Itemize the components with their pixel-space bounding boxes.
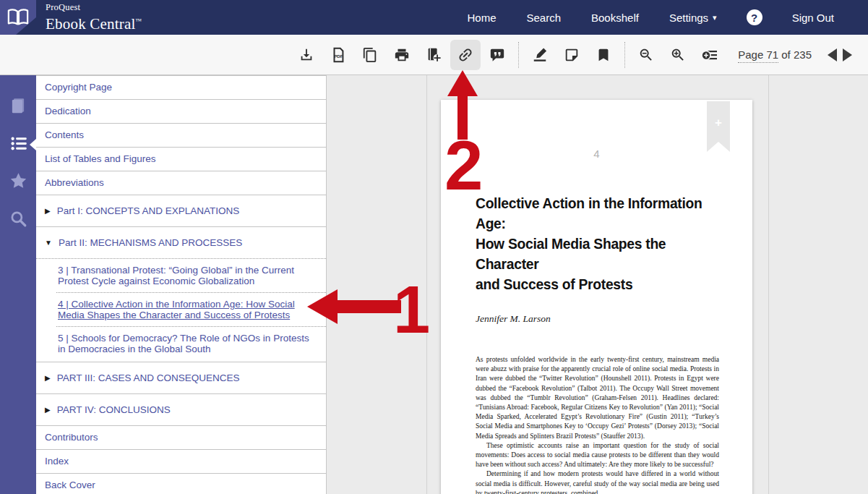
proquest-logo[interactable] xyxy=(0,0,36,35)
reader-toolbar: PDF xyxy=(0,35,868,75)
download-book-button[interactable] xyxy=(294,43,319,67)
toc-item-list-of-tables[interactable]: List of Tables and Figures xyxy=(36,148,326,171)
next-page-button[interactable] xyxy=(843,48,852,61)
toc-item-back-cover[interactable]: Back Cover xyxy=(36,474,326,494)
copy-icon xyxy=(362,47,378,63)
trademark: ™ xyxy=(136,17,142,25)
add-to-bookshelf-button[interactable] xyxy=(421,43,446,67)
paragraph: As protests unfolded worldwide in the ea… xyxy=(476,355,719,441)
arrow-up-icon xyxy=(447,70,478,96)
add-note-button[interactable] xyxy=(559,43,584,67)
download-pdf-button[interactable]: PDF xyxy=(326,43,351,67)
add-bookmark-ribbon[interactable]: + xyxy=(707,101,730,152)
brand-proquest: ProQuest xyxy=(46,3,142,12)
highlight-button[interactable] xyxy=(528,43,552,67)
search-icon xyxy=(9,209,27,228)
bookmark-icon xyxy=(596,47,611,63)
page-body-text: As protests unfolded worldwide in the ea… xyxy=(476,355,719,494)
toolbar-divider xyxy=(624,42,625,68)
sidebar-item-book[interactable] xyxy=(0,87,36,124)
collapsed-triangle-icon: ▶ xyxy=(45,205,51,216)
cite-button[interactable] xyxy=(485,43,510,67)
nav-bookshelf[interactable]: Bookshelf xyxy=(576,0,654,35)
book-page: + 4 Collective Action in the Information… xyxy=(441,100,752,494)
active-panel-pointer xyxy=(30,139,36,150)
view-settings-button[interactable] xyxy=(697,43,722,67)
zoom-in-button[interactable] xyxy=(666,43,690,67)
plus-icon: + xyxy=(715,116,722,129)
toc-chapter-3[interactable]: 3 | Transnational Protest: “Going Global… xyxy=(56,259,326,293)
toolbar-divider xyxy=(518,42,519,68)
toc-item-index[interactable]: Index xyxy=(36,450,326,474)
page-navigation: Page 71 of 235 xyxy=(738,35,852,74)
page-number-input[interactable]: Page 71 xyxy=(738,48,778,63)
tool-group: PDF xyxy=(291,35,726,74)
paragraph: These optimistic accounts raise an impor… xyxy=(476,441,719,470)
open-book-icon xyxy=(7,8,29,27)
side-icon-rail xyxy=(0,75,36,494)
chapter-title: Collective Action in the Information Age… xyxy=(476,193,705,294)
zoom-out-icon xyxy=(638,47,654,63)
link-icon xyxy=(457,46,474,64)
page-indicator: Page 71 of 235 xyxy=(738,48,812,61)
nav-search[interactable]: Search xyxy=(511,0,576,35)
toc-part-2-children: 3 | Transnational Protest: “Going Global… xyxy=(56,259,326,362)
pdf-icon: PDF xyxy=(330,47,346,63)
toc-chapter-4-selected[interactable]: 4 | Collective Action in the Information… xyxy=(56,293,326,327)
zoom-out-button[interactable] xyxy=(634,43,658,67)
star-icon xyxy=(9,171,28,191)
collapsed-triangle-icon: ▶ xyxy=(45,404,51,415)
collapsed-triangle-icon: ▶ xyxy=(45,372,51,383)
download-icon xyxy=(298,47,314,63)
brand-ebook-central: Ebook Central™ xyxy=(46,12,142,33)
toc-part-1[interactable]: ▶ Part I: CONCEPTS AND EXPLANATIONS xyxy=(36,195,326,227)
expanded-triangle-icon: ▼ xyxy=(45,237,52,248)
panel-divider xyxy=(768,75,769,494)
nav-sign-out[interactable]: Sign Out xyxy=(777,0,849,35)
zoom-in-icon xyxy=(670,47,686,63)
step-1-label: 1 xyxy=(393,276,430,343)
toc-item-contributors[interactable]: Contributors xyxy=(36,426,326,450)
printer-icon xyxy=(394,47,410,63)
toc-list-icon xyxy=(9,134,28,153)
chapter-number: 4 xyxy=(441,148,752,160)
ebook-central-reader: ProQuest Ebook Central™ Home Search Book… xyxy=(0,0,868,494)
sidebar-item-starred[interactable] xyxy=(0,162,36,200)
nav-settings[interactable]: Settings▾ xyxy=(654,0,732,35)
svg-text:PDF: PDF xyxy=(334,54,343,59)
toc-part-2[interactable]: ▼ Part II: MECHANISMS AND PROCESSES xyxy=(36,227,326,259)
toc-item-contents[interactable]: Contents xyxy=(36,124,326,148)
book-icon xyxy=(9,96,27,115)
note-icon xyxy=(564,47,580,63)
add-book-icon xyxy=(426,47,442,63)
page-total: of 235 xyxy=(781,48,812,61)
toc-part-3[interactable]: ▶ PART III: CASES AND CONSEQUENCES xyxy=(36,362,326,394)
toc-item-abbreviations[interactable]: Abbreviations xyxy=(36,171,326,195)
toc-chapter-5[interactable]: 5 | Schools for Democracy? The Role of N… xyxy=(56,327,326,362)
print-button[interactable] xyxy=(390,43,414,67)
highlighter-icon xyxy=(532,47,548,63)
step-2-label: 2 xyxy=(444,131,483,200)
nav-home[interactable]: Home xyxy=(452,0,511,35)
main-area: Copyright Page Dedication Contents List … xyxy=(0,75,868,494)
toc-panel: Copyright Page Dedication Contents List … xyxy=(36,75,327,494)
brand-block: ProQuest Ebook Central™ xyxy=(46,3,142,33)
sidebar-item-search[interactable] xyxy=(0,200,36,237)
question-mark-icon: ? xyxy=(751,12,757,24)
toc-list: Copyright Page Dedication Contents List … xyxy=(36,75,326,494)
chevron-down-icon: ▾ xyxy=(713,13,717,22)
top-navbar: ProQuest Ebook Central™ Home Search Book… xyxy=(0,0,868,35)
quote-bubble-icon xyxy=(489,47,505,63)
help-button[interactable]: ? xyxy=(747,9,762,25)
bookmark-button[interactable] xyxy=(591,43,616,67)
toc-item-dedication[interactable]: Dedication xyxy=(36,100,326,124)
previous-page-button[interactable] xyxy=(828,48,837,61)
view-settings-icon xyxy=(701,46,718,64)
primary-nav: Home Search Bookshelf Settings▾ ? Sign O… xyxy=(452,0,868,35)
toc-part-4[interactable]: ▶ PART IV: CONCLUSIONS xyxy=(36,394,326,426)
arrow-left-icon xyxy=(307,289,338,324)
paragraph: Determining if and how modern protests w… xyxy=(476,469,719,494)
get-link-button[interactable] xyxy=(450,40,481,70)
copy-button[interactable] xyxy=(358,43,382,67)
toc-item-copyright[interactable]: Copyright Page xyxy=(36,76,326,100)
